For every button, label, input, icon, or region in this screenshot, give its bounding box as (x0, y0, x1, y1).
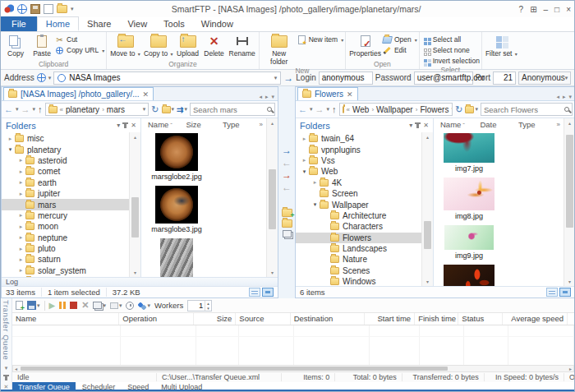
breadcrumb[interactable]: «planetary›mars ▾ (45, 103, 150, 116)
scroll-up-icon[interactable]: ▴ (426, 132, 429, 141)
queue-column-size[interactable]: Size (194, 313, 236, 325)
tree-item-planetary[interactable]: ▾planetary (2, 144, 129, 154)
move-to-button[interactable]: ← Move to ▾ (108, 33, 142, 59)
tree-item-mercury[interactable]: ▸mercury (2, 210, 129, 221)
download-arrow-icon[interactable]: → (282, 145, 292, 155)
copy-to-button[interactable]: Copy to ▾ (142, 33, 175, 59)
tab-share[interactable]: Share (79, 16, 119, 31)
tree-item-jupiter[interactable]: ▸jupiter (2, 188, 129, 199)
properties-button[interactable]: ✓ Properties (347, 33, 383, 58)
tree-item-solar-system[interactable]: ▸solar_system (2, 265, 129, 276)
queue-column-extra[interactable] (568, 313, 574, 325)
tree-item-comet[interactable]: ▸comet (2, 166, 129, 177)
scrollbar-thumb[interactable] (566, 135, 573, 227)
breadcrumb-caret-icon[interactable]: ▾ (143, 106, 146, 113)
queue-select-button[interactable]: ▾ (110, 302, 122, 309)
back-icon[interactable]: ← (298, 105, 307, 114)
queue-column-source[interactable]: Source (236, 313, 290, 325)
refresh-icon[interactable]: ↻ (455, 104, 462, 115)
tree-item-landscapes[interactable]: Landscapes (296, 243, 421, 254)
open-folder-icon[interactable] (57, 5, 67, 13)
paste-button[interactable]: Paste (29, 33, 55, 58)
back-history-caret-icon[interactable]: ▾ (310, 106, 313, 113)
workers-menu-button[interactable]: ▾ (138, 302, 150, 310)
help-button[interactable]: ? (519, 5, 524, 14)
file-list-scrollbar[interactable]: ▴ ▾ (266, 118, 278, 277)
remove-item-icon[interactable]: ✕ (81, 300, 89, 311)
panel-caret-icon[interactable]: ▾ (5, 365, 8, 371)
tree-item-mars[interactable]: mars (2, 199, 129, 210)
expander-collapsed-icon[interactable]: ▸ (300, 136, 309, 142)
expander-collapsed-icon[interactable]: ▸ (16, 267, 25, 274)
connect-globe-icon[interactable] (17, 4, 27, 14)
local-tab[interactable]: Flowers ✕ (297, 87, 358, 100)
scrollbar-thumb[interactable] (131, 197, 139, 238)
queue-column-name[interactable]: Name (12, 313, 119, 325)
forward-icon[interactable]: → (21, 105, 30, 114)
thumbnails-view-button[interactable] (559, 288, 571, 297)
folders-menu-caret-icon[interactable]: ▾ (117, 122, 120, 129)
tab-scroll-right-icon[interactable]: ▸ (265, 94, 269, 100)
select-all-button[interactable]: Select all (421, 35, 480, 44)
tree-item-architecture[interactable]: Architecture (296, 210, 421, 221)
tab-file[interactable]: File (1, 16, 37, 31)
tree-item-earth[interactable]: ▸earth (2, 178, 129, 188)
tree-item-neptune[interactable]: ▸neptune (2, 233, 129, 243)
forward-history-caret-icon[interactable]: ▾ (327, 106, 330, 113)
stop-queue-icon[interactable] (70, 302, 77, 309)
more-columns-icon[interactable]: » (557, 121, 564, 128)
folders-close-icon[interactable]: ✕ (131, 122, 136, 129)
compare-folders-icon[interactable] (283, 230, 292, 238)
column-type[interactable]: Type (223, 120, 260, 129)
tree-item-vss[interactable]: ▸Vss (296, 155, 421, 166)
address-type-caret-icon[interactable]: ▾ (48, 75, 52, 81)
breadcrumb-part-web[interactable]: Web (352, 105, 369, 114)
tab-scroll-left-icon[interactable]: ◂ (259, 94, 262, 100)
forward-history-caret-icon[interactable]: ▾ (33, 106, 36, 113)
tree-item-twain-64[interactable]: ▸twain_64 (296, 133, 421, 144)
go-button[interactable]: → (283, 72, 293, 84)
scroll-down-icon[interactable]: ▾ (426, 277, 429, 286)
column-date[interactable]: Date (480, 120, 518, 129)
pause-queue-icon[interactable] (59, 302, 66, 309)
expander-collapsed-icon[interactable]: ▸ (16, 157, 25, 164)
file-item-img10-jpg[interactable]: img10.jpg (438, 265, 500, 286)
tab-window[interactable]: Window (193, 16, 242, 31)
tree-scrollbar[interactable]: ▴ ▾ (421, 132, 433, 286)
address-globe-icon[interactable] (37, 73, 46, 82)
filter-set-button[interactable]: Filter set ▾ (484, 33, 519, 59)
scroll-up-icon[interactable]: ▴ (134, 132, 136, 141)
expander-expanded-icon[interactable]: ▾ (310, 201, 320, 208)
address-combo[interactable]: NASA Images ▾ (53, 71, 281, 85)
folders-close-icon[interactable]: ✕ (423, 122, 429, 129)
edit-button[interactable]: Edit (383, 45, 417, 55)
expander-collapsed-icon[interactable]: ▸ (310, 179, 320, 186)
scrollbar-thumb[interactable] (21, 367, 448, 371)
tab-close-icon[interactable]: ✕ (347, 90, 353, 99)
scroll-left-icon[interactable]: ◂ (13, 366, 19, 371)
tree-item-wallpaper[interactable]: ▾Wallpaper (296, 199, 421, 210)
column-name[interactable]: Nameˆ (440, 120, 480, 129)
expander-collapsed-icon[interactable]: ▸ (16, 168, 25, 175)
tab-view[interactable]: View (119, 16, 155, 31)
tab-scroll-left-icon[interactable]: ◂ (556, 94, 559, 100)
breadcrumb-part-mars[interactable]: mars (107, 105, 125, 114)
queue-column-start-time[interactable]: Start time (365, 313, 415, 325)
tab-tools[interactable]: Tools (155, 16, 193, 31)
upload-button[interactable]: ↑ Upload (175, 33, 201, 58)
column-size[interactable]: Size (186, 120, 223, 129)
schedule-icon[interactable] (126, 302, 134, 310)
tree-item-misc[interactable]: ▸misc (2, 133, 129, 144)
file-item-img8-jpg[interactable]: img8.jpg (438, 178, 500, 220)
search-input[interactable] (193, 105, 264, 114)
transfer-type-button[interactable]: ⇉▾ (177, 105, 187, 114)
queue-add-button[interactable]: + (16, 301, 23, 310)
more-columns-icon[interactable]: » (260, 121, 266, 128)
address-dropdown-caret-icon[interactable]: ▾ (274, 75, 278, 81)
remote-tab[interactable]: [NASA Images] /photo_gallery/... ✕ (3, 87, 154, 100)
pin-icon[interactable] (124, 122, 126, 128)
copy-url-button[interactable]: Copy URL ▾ (55, 45, 104, 55)
password-field[interactable]: user@smartftp.cor (414, 71, 473, 85)
search-icon[interactable] (564, 107, 569, 112)
queue-column-average-speed[interactable]: Average speed (503, 313, 568, 325)
